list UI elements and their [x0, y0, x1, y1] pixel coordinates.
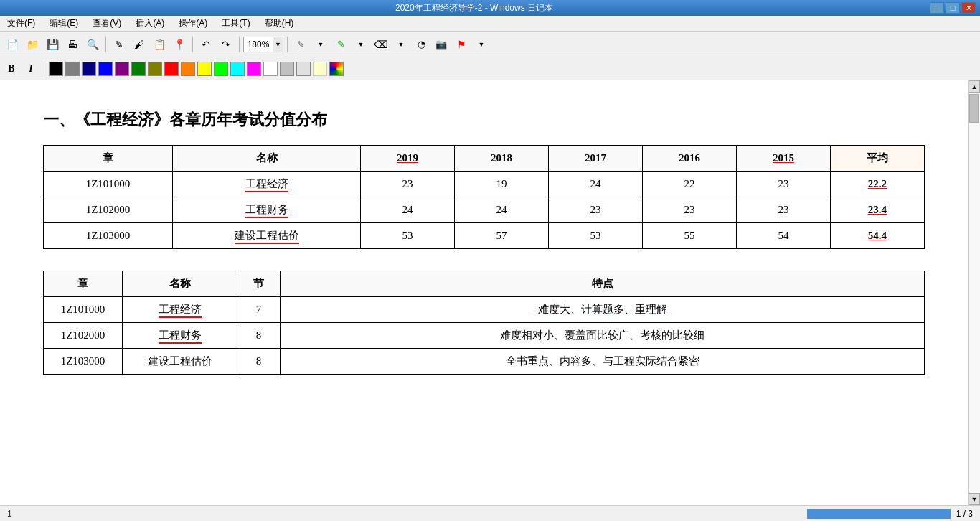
- toolbar-sep-2: [192, 37, 193, 52]
- menu-view[interactable]: 查看(V): [88, 16, 126, 31]
- color-green[interactable]: [131, 62, 146, 76]
- color-black[interactable]: [49, 62, 63, 76]
- score-table: 章 名称 2019 2018 2017 2016 2015 平均 1Z10100…: [43, 145, 925, 249]
- th-avg: 平均: [830, 146, 924, 172]
- table-row: 1Z102000 工程财务 24 24 23 23 23 23.4: [44, 197, 925, 223]
- menu-tools[interactable]: 工具(T): [217, 16, 254, 31]
- th-2016: 2016: [643, 146, 737, 172]
- th2-jie: 节: [237, 271, 281, 297]
- section-1-title: 一、《工程经济》各章历年考试分值分布: [43, 109, 925, 131]
- menu-action[interactable]: 操作(A): [174, 16, 212, 31]
- search-button[interactable]: 🔍: [83, 35, 102, 54]
- cell-2019-1: 23: [361, 172, 455, 197]
- new-button[interactable]: 📄: [3, 35, 22, 54]
- flag-dropdown[interactable]: ▼: [472, 35, 491, 54]
- tedian-text-1: 难度大、计算题多、重理解: [538, 304, 667, 315]
- color-blue[interactable]: [98, 62, 113, 76]
- toolbar-sep-4: [287, 37, 288, 52]
- color-lightyellow[interactable]: [313, 62, 327, 76]
- document-content: 一、《工程经济》各章历年考试分值分布 章 名称 2019 2018 2017 2…: [0, 80, 968, 505]
- cell-zhang-1: 1Z101000: [44, 172, 173, 197]
- redo-button[interactable]: ↷: [217, 35, 235, 54]
- features-table: 章 名称 节 特点 1Z101000 工程经济 7 难度大、计算题多、重理解: [43, 271, 925, 375]
- menu-edit[interactable]: 编辑(E): [45, 16, 83, 31]
- menu-file[interactable]: 文件(F): [3, 16, 39, 31]
- menu-help[interactable]: 帮助(H): [260, 16, 298, 31]
- undo-button[interactable]: ↶: [197, 35, 215, 54]
- color-darkblue[interactable]: [82, 62, 96, 76]
- scroll-down-button[interactable]: ▼: [969, 493, 980, 505]
- color-palette[interactable]: [329, 62, 344, 76]
- cell2-name-2: 工程财务: [123, 323, 237, 349]
- paste-button[interactable]: 📍: [170, 35, 189, 54]
- cell-2015-1: 23: [737, 172, 831, 197]
- minimize-button[interactable]: —: [930, 2, 944, 14]
- lasso-tool[interactable]: ◔: [412, 35, 430, 54]
- color-lime[interactable]: [214, 62, 228, 76]
- color-lightgray[interactable]: [280, 62, 294, 76]
- color-cyan[interactable]: [230, 62, 245, 76]
- copy-button[interactable]: 📋: [150, 35, 169, 54]
- highlight-tool[interactable]: ✎: [331, 35, 350, 54]
- open-button[interactable]: 📁: [23, 35, 42, 54]
- cell2-jie-2: 8: [237, 323, 281, 349]
- cell2-zhang-2: 1Z102000: [44, 323, 123, 349]
- t2-name-label-2: 工程财务: [159, 329, 202, 342]
- color-yellow[interactable]: [197, 62, 212, 76]
- color-darkgray[interactable]: [65, 62, 80, 76]
- cell-2018-1: 19: [455, 172, 549, 197]
- vertical-scrollbar[interactable]: ▲ ▼: [968, 80, 980, 505]
- name-label-3: 建设工程估价: [235, 229, 299, 243]
- pen-button[interactable]: ✎: [110, 35, 128, 54]
- color-silver[interactable]: [296, 62, 311, 76]
- flag-tool[interactable]: ⚑: [452, 35, 471, 54]
- table-row: 1Z101000 工程经济 23 19 24 22 23 22.2: [44, 172, 925, 197]
- color-magenta[interactable]: [247, 62, 261, 76]
- t2-name-label-3: 建设工程估价: [148, 355, 212, 367]
- color-olive[interactable]: [148, 62, 162, 76]
- highlight-dropdown[interactable]: ▼: [352, 35, 370, 54]
- scroll-up-button[interactable]: ▲: [969, 80, 980, 93]
- eraser-dropdown[interactable]: ▼: [392, 35, 410, 54]
- color-orange[interactable]: [181, 62, 195, 76]
- table-row: 1Z102000 工程财务 8 难度相对小、覆盖面比较广、考核的比较细: [44, 323, 925, 349]
- color-red[interactable]: [164, 62, 179, 76]
- eraser-tool[interactable]: ⌫: [372, 35, 390, 54]
- name-label-2: 工程财务: [245, 203, 288, 217]
- cell-name-3: 建设工程估价: [173, 223, 361, 249]
- maximize-button[interactable]: □: [946, 2, 960, 14]
- insert-image[interactable]: 📷: [432, 35, 451, 54]
- cell2-tedian-1: 难度大、计算题多、重理解: [281, 297, 925, 323]
- toolbar-sep-3: [239, 37, 240, 52]
- print-button[interactable]: 🖶: [63, 35, 82, 54]
- edit-button[interactable]: 🖌: [130, 35, 149, 54]
- save-button[interactable]: 💾: [43, 35, 62, 54]
- zoom-control[interactable]: 180% ▼: [243, 37, 283, 52]
- zoom-dropdown[interactable]: ▼: [273, 37, 283, 52]
- cell2-tedian-2: 难度相对小、覆盖面比较广、考核的比较细: [281, 323, 925, 349]
- close-button[interactable]: ✕: [961, 2, 976, 14]
- main-area: 一、《工程经济》各章历年考试分值分布 章 名称 2019 2018 2017 2…: [0, 80, 980, 505]
- cell-2018-3: 57: [455, 223, 549, 249]
- window-title: 2020年工程经济导学-2 - Windows 日记本: [19, 2, 930, 14]
- bold-button[interactable]: B: [3, 60, 20, 78]
- cell-2017-1: 24: [549, 172, 643, 197]
- cell-2016-1: 22: [643, 172, 737, 197]
- menu-insert[interactable]: 插入(A): [131, 16, 169, 31]
- scroll-thumb[interactable]: [969, 94, 979, 123]
- page-indicator: 1 / 3: [956, 509, 973, 519]
- italic-button[interactable]: I: [22, 60, 39, 78]
- tedian-text-2: 难度相对小、覆盖面比较广、考核的比较细: [500, 329, 705, 341]
- menu-bar: 文件(F) 编辑(E) 查看(V) 插入(A) 操作(A) 工具(T) 帮助(H…: [0, 16, 980, 32]
- format-sep: [44, 61, 44, 77]
- scroll-track[interactable]: [969, 93, 980, 493]
- draw-tool[interactable]: ✎: [291, 35, 310, 54]
- draw-dropdown[interactable]: ▼: [311, 35, 330, 54]
- color-white[interactable]: [263, 62, 278, 76]
- cell-2016-2: 23: [643, 197, 737, 223]
- cell-2018-2: 24: [455, 197, 549, 223]
- cell2-jie-3: 8: [237, 349, 281, 375]
- cell-2019-2: 24: [361, 197, 455, 223]
- color-purple[interactable]: [115, 62, 129, 76]
- zoom-input[interactable]: 180%: [244, 37, 273, 52]
